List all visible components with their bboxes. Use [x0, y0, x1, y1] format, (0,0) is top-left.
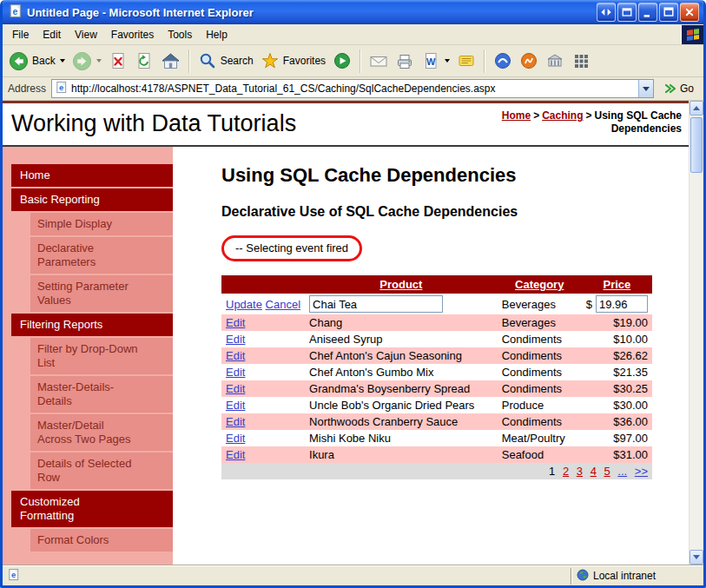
scrollbar-thumb[interactable] — [690, 117, 703, 173]
maximize-button[interactable] — [659, 3, 678, 22]
cancel-link[interactable]: Cancel — [266, 298, 300, 311]
sidebar-item-details-of-selected-row[interactable]: Details of Selected Row — [30, 453, 173, 489]
grid-button[interactable] — [568, 47, 594, 75]
svg-text:e: e — [11, 571, 16, 579]
product-column-header: Product — [305, 275, 498, 294]
edit-link[interactable]: Edit — [226, 382, 245, 395]
sidebar-item-filter-by-drop-down-list[interactable]: Filter by Drop-Down List — [30, 338, 173, 374]
close-button[interactable] — [680, 3, 699, 22]
scroll-down-button[interactable] — [690, 550, 703, 565]
menu-view[interactable]: View — [68, 26, 104, 43]
pager-page-2-link[interactable]: 2 — [563, 465, 569, 478]
address-dropdown-button[interactable] — [638, 80, 653, 97]
mail-button[interactable] — [366, 47, 392, 75]
main-content: Using SQL Cache Dependencies Declarative… — [173, 147, 689, 565]
titlebar-window-button[interactable] — [617, 3, 637, 22]
sidebar-item-format-colors[interactable]: Format Colors — [30, 529, 173, 552]
site-body: Home Basic Reporting Simple Display Decl… — [3, 147, 689, 565]
minimize-button[interactable] — [638, 3, 657, 22]
sidebar-item-customized-formatting[interactable]: Customized Formatting — [11, 491, 173, 527]
close-icon — [683, 5, 696, 19]
sidebar-item-home[interactable]: Home — [11, 164, 173, 187]
titlebar-arrows-button[interactable] — [597, 3, 616, 22]
forward-icon — [72, 51, 92, 71]
messenger-icon — [493, 51, 512, 70]
category-cell: Produce — [498, 397, 582, 413]
sidebar-item-filtering-reports[interactable]: Filtering Reports — [11, 314, 173, 336]
back-label: Back — [32, 55, 56, 67]
address-input[interactable] — [71, 81, 635, 96]
vertical-scrollbar[interactable] — [689, 101, 703, 565]
scrollbar-track[interactable] — [690, 116, 703, 550]
status-left-panel: e — [5, 568, 571, 585]
pager-page-4-link[interactable]: 4 — [591, 465, 597, 478]
sidebar-item-simple-display[interactable]: Simple Display — [30, 213, 173, 235]
pager-ellipsis-link[interactable]: ... — [617, 465, 627, 478]
menu-tools[interactable]: Tools — [161, 26, 199, 43]
forward-dropdown-icon — [96, 59, 102, 63]
edit-button[interactable]: W — [418, 47, 453, 75]
price-sort-link[interactable]: Price — [603, 278, 630, 291]
search-button[interactable]: Search — [195, 47, 257, 75]
menu-help[interactable]: Help — [199, 26, 234, 43]
product-cell: Grandma's Boysenberry Spread — [305, 380, 498, 397]
table-row: Edit Ikura Seafood $31.00 — [221, 446, 652, 463]
category-sort-link[interactable]: Category — [515, 278, 564, 291]
pager-page-3-link[interactable]: 3 — [577, 465, 583, 478]
edit-link[interactable]: Edit — [226, 399, 245, 412]
product-sort-link[interactable]: Product — [379, 278, 422, 291]
research-button[interactable] — [542, 47, 568, 75]
titlebar[interactable]: e Untitled Page - Microsoft Internet Exp… — [3, 0, 703, 24]
edit-link[interactable]: Edit — [226, 448, 245, 461]
update-link[interactable]: Update — [226, 298, 262, 311]
sidebar-item-master-detail-across-two-pages[interactable]: Master/Detail Across Two Pages — [30, 414, 173, 451]
toolbar-separator — [484, 50, 485, 73]
svg-text:e: e — [13, 5, 18, 16]
edit-link[interactable]: Edit — [226, 333, 245, 346]
product-edit-input[interactable] — [309, 295, 443, 313]
discuss-button[interactable] — [453, 47, 479, 75]
msn-button[interactable] — [516, 47, 542, 75]
menu-favorites[interactable]: Favorites — [104, 26, 161, 43]
category-cell: Beverages — [498, 294, 582, 314]
table-row: Edit Chef Anton's Gumbo Mix Condiments $… — [221, 364, 652, 380]
forward-button[interactable] — [69, 47, 105, 75]
menu-edit[interactable]: Edit — [36, 26, 68, 43]
sidebar-item-declarative-parameters[interactable]: Declarative Parameters — [30, 237, 173, 274]
go-button[interactable]: Go — [659, 78, 698, 99]
back-button[interactable]: Back — [5, 47, 69, 75]
breadcrumb-caching-link[interactable]: Caching — [542, 109, 583, 122]
category-cell: Beverages — [498, 314, 582, 331]
print-button[interactable] — [392, 47, 418, 75]
edit-link[interactable]: Edit — [226, 415, 245, 428]
edit-link[interactable]: Edit — [226, 366, 245, 379]
mail-icon — [369, 51, 388, 70]
pager-page-5-link[interactable]: 5 — [604, 465, 610, 478]
home-button[interactable] — [157, 47, 184, 75]
stop-button[interactable] — [105, 47, 131, 75]
menu-file[interactable]: File — [5, 26, 36, 43]
sidebar-item-setting-parameter-values[interactable]: Setting Parameter Values — [30, 275, 173, 312]
sidebar-item-basic-reporting[interactable]: Basic Reporting — [11, 188, 173, 211]
favorites-button[interactable]: Favorites — [257, 47, 329, 75]
sidebar-item-master-details-details[interactable]: Master-Details-Details — [30, 376, 173, 413]
breadcrumb: Home>Caching>Using SQL Cache Dependencie… — [454, 109, 682, 135]
arrow-down-icon — [693, 555, 700, 559]
page-favicon: e — [55, 81, 68, 97]
stop-icon — [109, 51, 128, 70]
scroll-up-button[interactable] — [690, 101, 703, 116]
edit-link[interactable]: Edit — [226, 316, 245, 329]
media-button[interactable] — [329, 47, 355, 75]
action-cell: Update Cancel — [221, 294, 305, 314]
breadcrumb-home-link[interactable]: Home — [502, 109, 531, 122]
refresh-button[interactable] — [131, 47, 157, 75]
price-edit-input[interactable] — [596, 295, 648, 313]
table-row: Edit Mishi Kobe Niku Meat/Poultry $97.00 — [221, 430, 652, 446]
edit-link[interactable]: Edit — [226, 349, 245, 362]
address-box: e — [51, 79, 654, 98]
pager-next-link[interactable]: >> — [635, 465, 648, 478]
price-cell: $30.00 — [582, 397, 652, 413]
edit-link[interactable]: Edit — [226, 432, 245, 445]
globe-icon — [577, 569, 589, 584]
messenger-button[interactable] — [490, 47, 516, 75]
